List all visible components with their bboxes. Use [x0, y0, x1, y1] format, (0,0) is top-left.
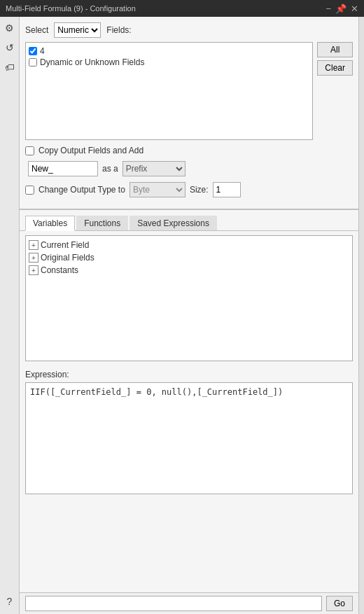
left-sidebar: ⚙ ↺ 🏷 ? [0, 17, 20, 614]
clear-button[interactable]: Clear [317, 60, 353, 76]
minimize-icon[interactable]: − [326, 4, 331, 13]
title-bar-actions: − 📌 ✕ [326, 4, 358, 13]
copy-output-row: Copy Output Fields and Add [25, 146, 353, 155]
main-layout: ⚙ ↺ 🏷 ? Select Numeric String Date Boole… [0, 17, 364, 614]
all-button[interactable]: All [317, 42, 353, 57]
original-fields-label: Original Fields [41, 253, 94, 263]
tabs-section: Variables Functions Saved Expressions [20, 213, 358, 231]
expand-original-fields-icon[interactable]: + [29, 253, 38, 263]
expression-label: Expression: [25, 370, 353, 379]
expand-current-field-icon[interactable]: + [29, 240, 38, 250]
bottom-section: Variables Functions Saved Expressions + … [20, 213, 358, 614]
change-output-checkbox[interactable] [25, 186, 34, 195]
tag-icon[interactable]: 🏷 [3, 60, 17, 74]
type-dropdown[interactable]: Byte Int16 Int32 Int64 Float Double [130, 182, 186, 197]
field-dynamic-checkbox[interactable] [29, 58, 37, 67]
prefix-row: as a Prefix Suffix [25, 161, 353, 176]
expression-box[interactable]: IIF([_CurrentField_] = 0, null(),[_Curre… [25, 382, 353, 494]
fields-buttons: All Clear [317, 42, 353, 140]
select-label: Select [25, 25, 48, 35]
constants-label: Constants [41, 265, 78, 275]
tree-panel: + Current Field + Original Fields + Cons… [25, 235, 353, 361]
bottom-bar: Go [20, 592, 358, 614]
list-item: Dynamic or Unknown Fields [29, 57, 309, 68]
fields-list: 4 Dynamic or Unknown Fields [25, 42, 313, 140]
list-item[interactable]: + Original Fields [29, 251, 349, 264]
select-row: Select Numeric String Date Boolean Field… [25, 22, 353, 38]
tab-bar: Variables Functions Saved Expressions [20, 213, 358, 231]
size-input[interactable] [213, 182, 241, 197]
as-a-label: as a [102, 164, 118, 174]
settings-icon[interactable]: ⚙ [3, 21, 17, 35]
fields-label: Fields: [106, 25, 131, 35]
tab-variables[interactable]: Variables [25, 216, 75, 231]
bottom-input[interactable] [25, 596, 322, 611]
title-bar: Multi-Field Formula (9) - Configuration … [0, 0, 364, 17]
fields-panel: 4 Dynamic or Unknown Fields All Clear [25, 42, 353, 140]
list-item[interactable]: + Current Field [29, 239, 349, 251]
prefix-dropdown[interactable]: Prefix Suffix [122, 161, 186, 176]
rotate-icon[interactable]: ↺ [3, 41, 17, 55]
top-section: Select Numeric String Date Boolean Field… [20, 17, 358, 206]
prefix-input[interactable] [28, 161, 98, 176]
section-divider [20, 209, 358, 210]
help-icon[interactable]: ? [3, 594, 17, 608]
pin-icon[interactable]: 📌 [335, 4, 346, 13]
size-label: Size: [190, 185, 209, 195]
close-icon[interactable]: ✕ [351, 4, 358, 13]
right-border [358, 17, 364, 614]
change-output-label: Change Output Type to [38, 185, 125, 195]
list-item[interactable]: + Constants [29, 264, 349, 277]
tab-saved-expressions[interactable]: Saved Expressions [130, 216, 217, 230]
field-4-checkbox[interactable] [29, 47, 37, 55]
go-button[interactable]: Go [326, 596, 353, 611]
change-output-row: Change Output Type to Byte Int16 Int32 I… [25, 182, 353, 197]
content-area: Select Numeric String Date Boolean Field… [20, 17, 358, 614]
expression-section: Expression: IIF([_CurrentField_] = 0, nu… [20, 365, 358, 498]
tab-functions[interactable]: Functions [76, 216, 128, 230]
copy-output-checkbox[interactable] [25, 146, 34, 155]
title-text: Multi-Field Formula (9) - Configuration [6, 4, 136, 13]
expand-constants-icon[interactable]: + [29, 265, 38, 275]
field-dynamic-label: Dynamic or Unknown Fields [40, 57, 144, 67]
list-item: 4 [29, 46, 309, 57]
numeric-dropdown[interactable]: Numeric String Date Boolean [54, 22, 101, 38]
copy-output-label: Copy Output Fields and Add [38, 146, 144, 155]
current-field-label: Current Field [41, 240, 89, 250]
field-4-label: 4 [40, 46, 45, 56]
